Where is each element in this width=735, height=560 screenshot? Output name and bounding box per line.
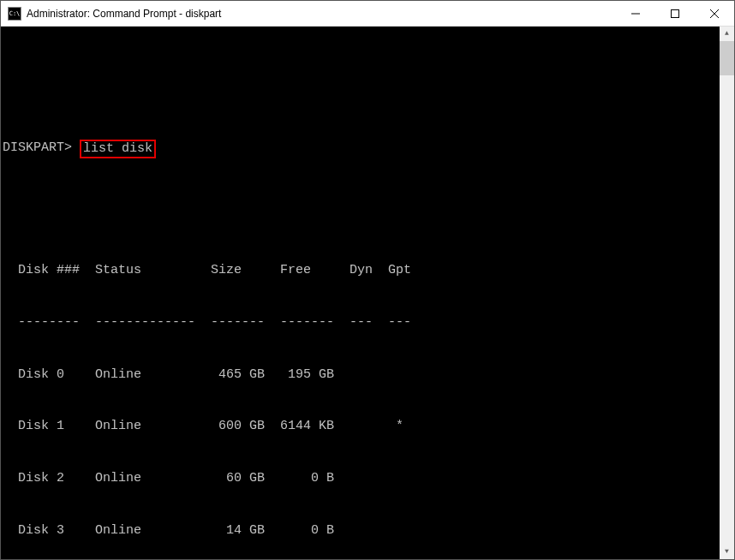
window-title: Administrator: Command Prompt - diskpart (27, 8, 616, 20)
close-button[interactable] (695, 1, 734, 26)
titlebar[interactable]: C:\ Administrator: Command Prompt - disk… (1, 1, 734, 27)
vertical-scrollbar[interactable]: ▲ ▼ (720, 27, 734, 559)
svg-rect-1 (672, 9, 679, 17)
scroll-down-icon[interactable]: ▼ (720, 545, 734, 559)
cmd-line-list-disk: DISKPART> list disk (3, 140, 732, 158)
table-row: Disk 0 Online 465 GB 195 GB (3, 366, 732, 384)
cmd-list-disk: list disk (80, 140, 156, 158)
prompt-text: DISKPART> (3, 140, 72, 157)
scroll-thumb[interactable] (720, 41, 734, 75)
table-row: Disk 3 Online 14 GB 0 B (3, 522, 732, 539)
cmd-icon: C:\ (8, 7, 21, 21)
scroll-up-icon[interactable]: ▲ (720, 27, 734, 41)
maximize-button[interactable] (655, 1, 695, 26)
table-divider: -------- ------------- ------- ------- -… (3, 314, 732, 331)
minimize-button[interactable] (616, 1, 655, 26)
table-row: Disk 1 Online 600 GB 6144 KB * (3, 418, 732, 435)
command-prompt-window: C:\ Administrator: Command Prompt - disk… (0, 0, 735, 560)
table-header: Disk ### Status Size Free Dyn Gpt (3, 262, 732, 279)
terminal-output[interactable]: DISKPART> list disk Disk ### Status Size… (1, 27, 734, 559)
window-controls (616, 1, 734, 26)
table-row: Disk 2 Online 60 GB 0 B (3, 470, 732, 487)
